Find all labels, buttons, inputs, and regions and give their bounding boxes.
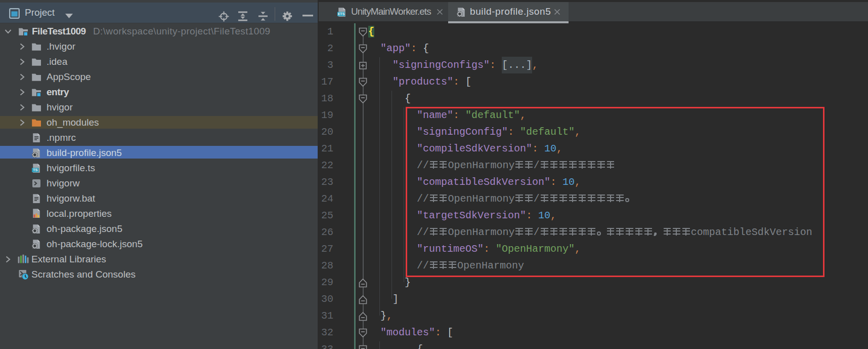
svg-text:TS: TS <box>33 168 38 172</box>
svg-text:ETS: ETS <box>338 12 345 16</box>
